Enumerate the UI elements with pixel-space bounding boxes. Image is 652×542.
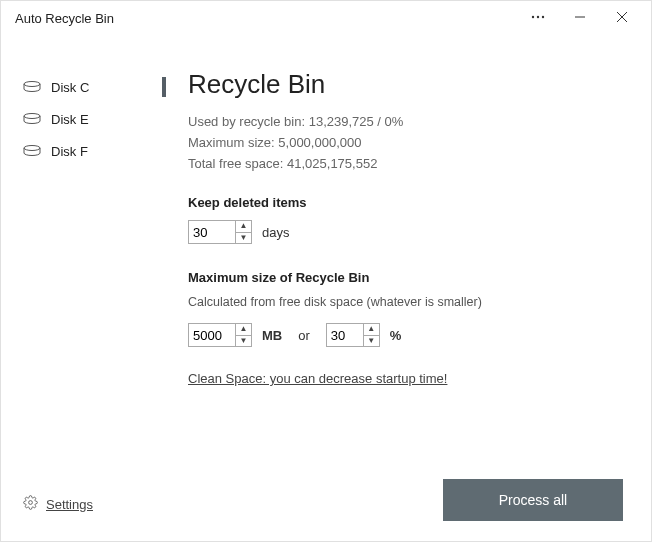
free-space-line: Total free space: 41,025,175,552 bbox=[188, 156, 623, 171]
app-window: Auto Recycle Bin bbox=[0, 0, 652, 542]
keep-items-row: ▲ ▼ days bbox=[188, 220, 623, 244]
max-label: Maximum size: bbox=[188, 135, 275, 150]
sidebar-item-disk-f[interactable]: Disk F bbox=[1, 135, 166, 167]
sidebar-item-disk-e[interactable]: Disk E bbox=[1, 103, 166, 135]
body: Disk C Disk E Disk F bbox=[1, 35, 651, 541]
used-value: 13,239,725 / 0% bbox=[309, 114, 404, 129]
window-title: Auto Recycle Bin bbox=[15, 11, 517, 26]
keep-days-spinner[interactable]: ▲ ▼ bbox=[188, 220, 252, 244]
disk-icon bbox=[23, 81, 41, 93]
spinner-down[interactable]: ▼ bbox=[364, 336, 379, 347]
minimize-button[interactable] bbox=[559, 3, 601, 33]
or-label: or bbox=[298, 328, 310, 343]
ellipsis-icon bbox=[531, 10, 545, 27]
settings-label: Settings bbox=[46, 497, 93, 512]
settings-link[interactable]: Settings bbox=[1, 495, 166, 531]
mb-unit: MB bbox=[262, 328, 282, 343]
spinner-arrows: ▲ ▼ bbox=[235, 221, 251, 243]
page-title: Recycle Bin bbox=[188, 69, 623, 100]
spinner-arrows: ▲ ▼ bbox=[235, 324, 251, 346]
used-label: Used by recycle bin: bbox=[188, 114, 305, 129]
gear-icon bbox=[23, 495, 38, 513]
pct-unit: % bbox=[390, 328, 402, 343]
svg-point-6 bbox=[24, 82, 40, 87]
spinner-up[interactable]: ▲ bbox=[236, 324, 251, 336]
maxsize-row: ▲ ▼ MB or ▲ ▼ % bbox=[188, 323, 623, 347]
keep-days-input[interactable] bbox=[189, 221, 235, 243]
window-buttons bbox=[517, 3, 643, 33]
minimize-icon bbox=[574, 11, 586, 26]
sidebar-item-label: Disk C bbox=[51, 80, 89, 95]
svg-point-9 bbox=[29, 501, 33, 505]
close-button[interactable] bbox=[601, 3, 643, 33]
svg-point-8 bbox=[24, 146, 40, 151]
spinner-down[interactable]: ▼ bbox=[236, 336, 251, 347]
spinner-down[interactable]: ▼ bbox=[236, 233, 251, 244]
sidebar-item-label: Disk F bbox=[51, 144, 88, 159]
disk-icon bbox=[23, 113, 41, 125]
maxsize-subtext: Calculated from free disk space (whateve… bbox=[188, 295, 623, 309]
free-label: Total free space: bbox=[188, 156, 283, 171]
sidebar: Disk C Disk E Disk F bbox=[1, 35, 166, 541]
keep-days-unit: days bbox=[262, 225, 289, 240]
svg-point-1 bbox=[537, 15, 539, 17]
free-value: 41,025,175,552 bbox=[287, 156, 377, 171]
svg-point-7 bbox=[24, 114, 40, 119]
more-button[interactable] bbox=[517, 3, 559, 33]
close-icon bbox=[616, 11, 628, 26]
max-size-line: Maximum size: 5,000,000,000 bbox=[188, 135, 623, 150]
spinner-up[interactable]: ▲ bbox=[364, 324, 379, 336]
disk-icon bbox=[23, 145, 41, 157]
mb-spinner[interactable]: ▲ ▼ bbox=[188, 323, 252, 347]
spinner-arrows: ▲ ▼ bbox=[363, 324, 379, 346]
main-panel: Recycle Bin Used by recycle bin: 13,239,… bbox=[166, 35, 651, 541]
maxsize-label: Maximum size of Recycle Bin bbox=[188, 270, 623, 285]
clean-space-link[interactable]: Clean Space: you can decrease startup ti… bbox=[188, 371, 623, 386]
process-all-button[interactable]: Process all bbox=[443, 479, 623, 521]
max-value: 5,000,000,000 bbox=[278, 135, 361, 150]
svg-point-2 bbox=[542, 15, 544, 17]
sidebar-item-disk-c[interactable]: Disk C bbox=[1, 71, 166, 103]
spinner-up[interactable]: ▲ bbox=[236, 221, 251, 233]
keep-items-label: Keep deleted items bbox=[188, 195, 623, 210]
pct-input[interactable] bbox=[327, 324, 363, 346]
pct-spinner[interactable]: ▲ ▼ bbox=[326, 323, 380, 347]
sidebar-item-label: Disk E bbox=[51, 112, 89, 127]
svg-point-0 bbox=[532, 15, 534, 17]
titlebar: Auto Recycle Bin bbox=[1, 1, 651, 35]
used-by-line: Used by recycle bin: 13,239,725 / 0% bbox=[188, 114, 623, 129]
mb-input[interactable] bbox=[189, 324, 235, 346]
sidebar-items: Disk C Disk E Disk F bbox=[1, 71, 166, 495]
footer-actions: Process all bbox=[188, 459, 623, 521]
